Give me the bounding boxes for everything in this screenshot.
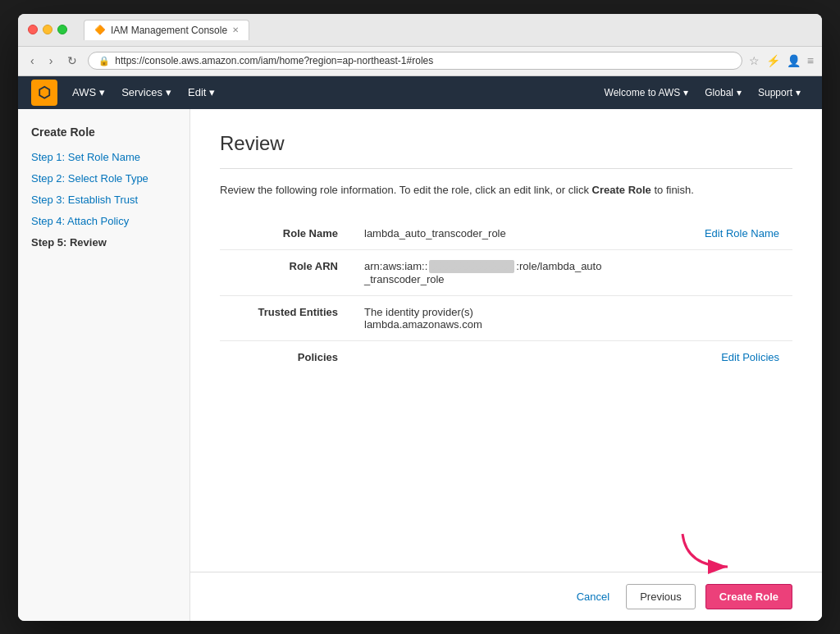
role-arn-row: Role ARN arn:aws:iam::XXXXXXXXXXXX:role/…	[220, 250, 792, 296]
support-nav-item[interactable]: Support ▾	[750, 76, 809, 109]
content-area: Create Role Step 1: Set Role Name Step 2…	[18, 109, 822, 621]
tab-close-icon[interactable]: ✕	[232, 25, 239, 34]
aws-logo[interactable]: ⬡	[31, 80, 57, 106]
previous-button[interactable]: Previous	[626, 584, 696, 609]
global-chevron: ▾	[737, 87, 742, 98]
browser-window: 🔶 IAM Management Console ✕ ‹ › ↻ 🔒 https…	[18, 14, 822, 621]
review-description: Review the following role information. T…	[220, 182, 792, 198]
welcome-chevron: ▾	[683, 87, 688, 98]
description-text: Review the following role information. T…	[220, 184, 589, 196]
address-actions: ☆ ⚡ 👤 ≡	[749, 54, 814, 67]
sidebar-step-2: Step 2: Select Role Type	[31, 171, 176, 186]
bookmark-icon[interactable]: ☆	[749, 54, 760, 67]
sidebar: Create Role Step 1: Set Role Name Step 2…	[18, 109, 190, 621]
policies-row: Policies Edit Policies	[220, 341, 792, 374]
role-name-row: Role Name lambda_auto_transcoder_role Ed…	[220, 217, 792, 250]
policies-label: Policies	[220, 341, 351, 374]
edit-role-name-cell: Edit Role Name	[678, 217, 792, 250]
tab-favicon: 🔶	[94, 25, 106, 35]
create-role-button[interactable]: Create Role	[705, 584, 792, 609]
step5-label: Step 5: Review	[31, 236, 107, 249]
trusted-entities-value: The identity provider(s)lambda.amazonaws…	[351, 296, 678, 341]
page-title: Review	[220, 132, 792, 155]
minimize-button[interactable]	[43, 25, 52, 34]
footer: Cancel Previous Create Role	[190, 572, 822, 621]
tab-title: IAM Management Console	[111, 25, 227, 36]
aws-brand-item[interactable]: AWS ▾	[64, 76, 113, 109]
ssl-lock-icon: 🔒	[98, 56, 110, 66]
sidebar-step-1: Step 1: Set Role Name	[31, 150, 176, 165]
title-bar: 🔶 IAM Management Console ✕	[18, 14, 822, 47]
aws-logo-icon: ⬡	[38, 84, 51, 102]
main-panel: Review Review the following role informa…	[190, 109, 822, 621]
trusted-entities-row: Trusted Entities The identity provider(s…	[220, 296, 792, 341]
review-table: Role Name lambda_auto_transcoder_role Ed…	[220, 217, 792, 373]
menu-icon[interactable]: ≡	[807, 54, 814, 67]
traffic-lights	[28, 25, 67, 34]
edit-nav-item[interactable]: Edit ▾	[180, 76, 223, 109]
welcome-nav-item[interactable]: Welcome to AWS ▾	[596, 76, 697, 109]
cancel-button[interactable]: Cancel	[570, 586, 616, 608]
address-bar: ‹ › ↻ 🔒 https://console.aws.amazon.com/i…	[18, 47, 822, 76]
step3-link[interactable]: Step 3: Establish Trust	[31, 194, 138, 206]
extension-icon[interactable]: ⚡	[766, 54, 780, 67]
sidebar-step-4: Step 4: Attach Policy	[31, 214, 176, 229]
browser-tab[interactable]: 🔶 IAM Management Console ✕	[84, 20, 249, 40]
role-arn-value: arn:aws:iam::XXXXXXXXXXXX:role/lambda_au…	[351, 250, 678, 296]
support-label: Support	[758, 87, 792, 98]
arrow-svg	[674, 526, 740, 575]
policies-value	[351, 341, 678, 374]
global-nav-item[interactable]: Global ▾	[696, 76, 750, 109]
sidebar-step-5: Step 5: Review	[31, 235, 176, 250]
aws-nav-right: Welcome to AWS ▾ Global ▾ Support ▾	[596, 76, 809, 109]
services-chevron: ▾	[166, 86, 171, 98]
aws-brand-chevron: ▾	[99, 86, 105, 98]
global-label: Global	[705, 87, 733, 98]
forward-button[interactable]: ›	[45, 52, 57, 69]
step4-link[interactable]: Step 4: Attach Policy	[31, 215, 129, 227]
account-icon[interactable]: 👤	[787, 54, 801, 67]
refresh-button[interactable]: ↻	[63, 52, 81, 69]
edit-policies-cell: Edit Policies	[678, 341, 792, 374]
edit-role-name-link[interactable]: Edit Role Name	[705, 227, 779, 239]
role-name-label: Role Name	[220, 217, 351, 250]
role-arn-edit-cell	[678, 250, 792, 296]
url-text: https://console.aws.amazon.com/iam/home?…	[115, 55, 433, 66]
maximize-button[interactable]	[57, 25, 67, 34]
main-content: Review Review the following role informa…	[190, 109, 822, 572]
description-end: to finish.	[654, 184, 693, 196]
aws-navbar: ⬡ AWS ▾ Services ▾ Edit ▾ Welcome to AWS…	[18, 76, 822, 109]
trusted-entities-label: Trusted Entities	[220, 296, 351, 341]
trusted-entities-edit-cell	[678, 296, 792, 341]
arrow-annotation	[674, 526, 740, 578]
address-input[interactable]: 🔒 https://console.aws.amazon.com/iam/hom…	[88, 52, 742, 70]
close-button[interactable]	[28, 25, 38, 34]
sidebar-title: Create Role	[31, 125, 176, 139]
services-label: Services	[121, 86, 162, 98]
support-chevron: ▾	[796, 87, 801, 98]
edit-chevron: ▾	[209, 86, 215, 98]
description-bold: Create Role	[592, 184, 651, 196]
aws-brand-text: AWS	[72, 86, 96, 98]
back-button[interactable]: ‹	[26, 52, 39, 69]
title-divider	[220, 168, 792, 169]
sidebar-step-3: Step 3: Establish Trust	[31, 193, 176, 208]
role-arn-label: Role ARN	[220, 250, 351, 296]
arn-redacted: XXXXXXXXXXXX	[429, 260, 514, 273]
services-nav-item[interactable]: Services ▾	[113, 76, 180, 109]
tab-bar: 🔶 IAM Management Console ✕	[84, 20, 812, 40]
welcome-label: Welcome to AWS	[605, 87, 681, 98]
step2-link[interactable]: Step 2: Select Role Type	[31, 172, 148, 185]
edit-label: Edit	[188, 86, 206, 98]
edit-policies-link[interactable]: Edit Policies	[721, 351, 779, 363]
role-name-value: lambda_auto_transcoder_role	[351, 217, 678, 250]
step1-link[interactable]: Step 1: Set Role Name	[31, 151, 140, 163]
